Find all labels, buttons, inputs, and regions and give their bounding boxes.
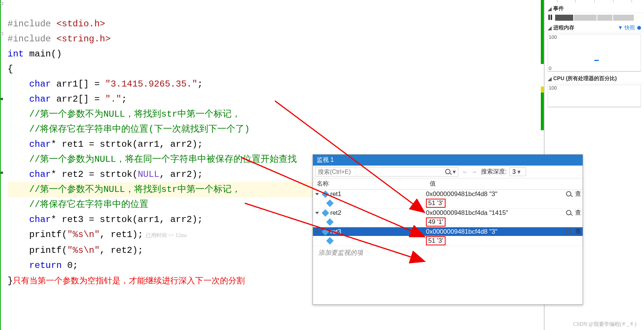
preprocessor: #include: [8, 19, 56, 29]
prev-result-button[interactable]: ←: [461, 169, 469, 175]
view-button[interactable]: 查: [574, 190, 583, 198]
variable-icon: [327, 201, 333, 206]
variable-icon: [327, 219, 333, 225]
expand-icon[interactable]: [315, 193, 319, 195]
watch-row[interactable]: ret20x0000009481bcf4da "1415"查: [313, 208, 583, 217]
disclosure-icon[interactable]: ◢: [548, 25, 552, 31]
gutter-marker: [1, 98, 3, 100]
disclosure-icon[interactable]: ◢: [548, 6, 552, 12]
left-gutter: [0, 0, 3, 330]
procmem-chart[interactable]: 100 0: [548, 34, 641, 71]
header-name: <stdio.h>: [56, 19, 105, 29]
watch-header-row: 名称 值: [313, 178, 583, 190]
axis-label: 100: [549, 85, 557, 91]
brace: }: [8, 276, 13, 286]
watch-child-row[interactable]: 49 '1': [313, 217, 583, 227]
watch-child-row[interactable]: 51 '3': [313, 236, 583, 246]
axis-label: 0: [549, 65, 551, 71]
variable-value: 0x0000009481bcf4d8 "3": [426, 228, 497, 236]
depth-select[interactable]: 3 ▾: [510, 167, 526, 176]
search-nav: ← →: [461, 169, 478, 175]
fold-marker[interactable]: [0, 32, 3, 35]
view-button[interactable]: 查: [574, 228, 583, 236]
section-title: 进程内存: [553, 24, 574, 31]
comment: //第一个参数不为NULL，将找到str中第一个标记，: [29, 109, 241, 119]
header-name: <string.h>: [56, 34, 111, 44]
variable-icon: [323, 229, 328, 234]
watermark: CSDN @我要学编程(ಥ_ಥ): [573, 321, 636, 328]
add-watch-placeholder[interactable]: 添加要监视的项: [313, 246, 583, 259]
next-result-button[interactable]: →: [470, 169, 478, 175]
variable-child-value: 51 '3': [426, 236, 446, 245]
search-icon[interactable]: [566, 229, 572, 235]
watch-variable-ret2[interactable]: ret20x0000009481bcf4da "1415"查49 '1': [313, 208, 583, 227]
variable-name: ret2: [330, 209, 341, 217]
events-section[interactable]: ◢ 事件: [545, 5, 644, 13]
expand-icon[interactable]: [315, 212, 319, 214]
variable-name: ret3: [330, 228, 341, 236]
section-title: CPU (所有处理器的百分比): [553, 75, 617, 82]
timeline-ticks: [548, 0, 641, 3]
watch-row[interactable]: ret30x0000009481bcf4d8 "3"查: [313, 227, 583, 236]
code-text: main(): [24, 49, 62, 59]
watch-search-input[interactable]: [318, 169, 445, 175]
expand-icon[interactable]: [315, 231, 319, 233]
watch-row[interactable]: ret10x0000009481bcf4d8 "3"查: [313, 190, 583, 198]
search-dropdown-icon[interactable]: ▾: [453, 168, 456, 175]
watch-toolbar: ▾ ← → 搜索深度: 3 ▾: [313, 166, 583, 178]
procmem-section[interactable]: ◢ 进程内存 ▼ 快照: [545, 24, 644, 32]
col-value[interactable]: 值: [426, 178, 583, 189]
search-icon[interactable]: [445, 169, 451, 175]
variable-icon: [323, 192, 328, 197]
section-title: 事件: [553, 5, 564, 12]
watch-title[interactable]: 监视 1: [313, 155, 583, 166]
axis-label: 100: [549, 34, 557, 40]
variable-name: ret1: [330, 190, 341, 198]
disclosure-icon[interactable]: ◢: [548, 76, 552, 82]
annotation-note: 只有当第一个参数为空指针是，才能继续进行深入下一次的分割: [13, 276, 245, 285]
col-name[interactable]: 名称: [313, 178, 426, 189]
comment: //将保存它在字符串中的位置(下一次就找到下一个了): [29, 124, 250, 134]
keyword: int: [8, 49, 24, 59]
cpu-chart[interactable]: 100: [548, 85, 641, 107]
comment: //第一个参数为NULL，将在同一个字符串中被保存的位置开始查找: [29, 154, 297, 164]
variable-child-value: 51 '3': [426, 199, 446, 208]
watch-variable-ret1[interactable]: ret10x0000009481bcf4d8 "3"查51 '3': [313, 190, 583, 208]
watch-grid[interactable]: 名称 值 ret10x0000009481bcf4d8 "3"查51 '3're…: [313, 178, 583, 304]
brace: {: [8, 64, 13, 74]
search-icon[interactable]: [566, 210, 572, 216]
variable-icon: [327, 238, 333, 243]
cpu-section[interactable]: ◢ CPU (所有处理器的百分比): [545, 75, 644, 83]
variable-value: 0x0000009481bcf4d8 "3": [426, 190, 497, 198]
fold-marker[interactable]: [0, 2, 3, 5]
search-icon[interactable]: [566, 191, 572, 197]
record-icon[interactable]: [637, 26, 641, 30]
perf-hint[interactable]: 已用时间 <= 12ms: [143, 233, 187, 238]
variable-icon: [323, 210, 328, 216]
chart-marker: [594, 60, 599, 61]
preprocessor: #include: [8, 34, 56, 44]
watch-variable-ret3[interactable]: ret30x0000009481bcf4d8 "3"查51 '3': [313, 227, 583, 246]
variable-child-value: 49 '1': [426, 217, 446, 227]
variable-value: 0x0000009481bcf4da "1415": [426, 209, 508, 217]
snapshot-marker-icon: ▼: [618, 24, 623, 30]
comment: //第一个参数不为NULL，将找到str中第一个标记，: [29, 184, 241, 195]
watch-window[interactable]: 监视 1 ▾ ← → 搜索深度: 3 ▾ 名称 值 ret10x00000094…: [313, 154, 583, 305]
watch-child-row[interactable]: 51 '3': [313, 198, 583, 208]
chevron-down-icon: ▾: [517, 169, 520, 175]
view-button[interactable]: 查: [574, 209, 583, 217]
watch-search-box[interactable]: ▾: [315, 167, 458, 176]
gutter-marker: [1, 172, 3, 174]
snapshot-button[interactable]: 快照: [624, 24, 635, 30]
comment: //将保存它在字符串中的位置: [29, 199, 149, 210]
pause-icon: [548, 15, 553, 20]
events-bar: [548, 15, 641, 21]
depth-label: 搜索深度:: [481, 168, 507, 176]
